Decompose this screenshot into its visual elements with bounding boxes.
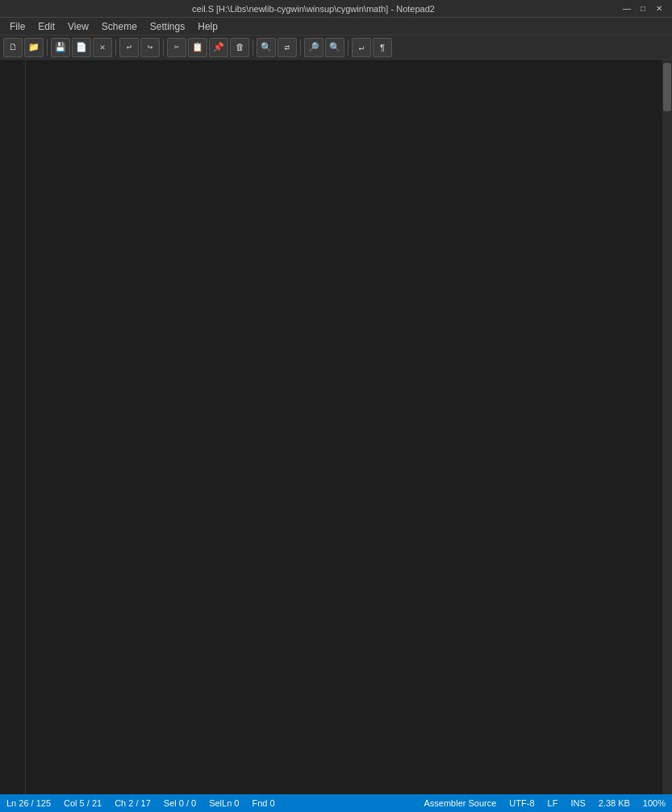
status-sel: Sel 0 / 0 bbox=[164, 798, 196, 808]
menubar: File Edit View Scheme Settings Help bbox=[0, 18, 672, 35]
status-zoom: 100% bbox=[643, 798, 666, 808]
tb-sep1 bbox=[47, 40, 48, 56]
menu-help[interactable]: Help bbox=[191, 19, 224, 34]
status-ins: INS bbox=[570, 798, 585, 808]
statusbar: Ln 26 / 125 Col 5 / 21 Ch 2 / 17 Sel 0 /… bbox=[0, 794, 672, 812]
window-controls: — □ ✕ bbox=[620, 2, 666, 15]
tb-eof[interactable]: ¶ bbox=[373, 38, 392, 57]
status-seln: SelLn 0 bbox=[209, 798, 239, 808]
tb-repl[interactable]: ⇄ bbox=[278, 38, 297, 57]
menu-scheme[interactable]: Scheme bbox=[95, 19, 144, 34]
line-numbers bbox=[0, 60, 26, 794]
maximize-button[interactable]: □ bbox=[637, 2, 649, 15]
menu-settings[interactable]: Settings bbox=[144, 19, 191, 34]
tb-zoomout[interactable]: 🔍 bbox=[325, 38, 344, 57]
toolbar: 🗋 📁 💾 📄 ✕ ↩ ↪ ✂ 📋 📌 🗑 🔍 ⇄ 🔎 🔍 ↵ ¶ bbox=[0, 35, 672, 60]
code-area[interactable] bbox=[26, 60, 662, 794]
status-size: 2.38 KB bbox=[599, 798, 630, 808]
tb-cut[interactable]: ✂ bbox=[167, 38, 186, 57]
title-text: ceil.S [H:\Libs\newlib-cygwin\winsup\cyg… bbox=[6, 4, 620, 14]
status-col: Col 5 / 21 bbox=[64, 798, 102, 808]
tb-sep4 bbox=[253, 40, 253, 56]
close-button[interactable]: ✕ bbox=[653, 2, 666, 15]
status-ch: Ch 2 / 17 bbox=[115, 798, 151, 808]
tb-zoomin[interactable]: 🔎 bbox=[304, 38, 323, 57]
tb-sep3 bbox=[163, 40, 164, 56]
tb-open[interactable]: 📁 bbox=[24, 38, 44, 57]
scrollbar[interactable] bbox=[662, 60, 672, 794]
tb-find[interactable]: 🔍 bbox=[257, 38, 276, 57]
tb-redo[interactable]: ↪ bbox=[140, 38, 160, 57]
tb-copy[interactable]: 📋 bbox=[188, 38, 207, 57]
minimize-button[interactable]: — bbox=[620, 2, 633, 15]
tb-saveas[interactable]: 📄 bbox=[72, 38, 91, 57]
tb-wrap[interactable]: ↵ bbox=[352, 38, 371, 57]
status-ln: Ln 26 / 125 bbox=[6, 798, 51, 808]
tb-save[interactable]: 💾 bbox=[51, 38, 70, 57]
editor-container bbox=[0, 60, 672, 794]
tb-sep2 bbox=[115, 40, 116, 56]
statusbar-left: Ln 26 / 125 Col 5 / 21 Ch 2 / 17 Sel 0 /… bbox=[6, 798, 275, 808]
tb-new[interactable]: 🗋 bbox=[3, 38, 23, 57]
status-encoding: UTF-8 bbox=[509, 798, 534, 808]
status-fnd: Fnd 0 bbox=[252, 798, 274, 808]
tb-undo[interactable]: ↩ bbox=[119, 38, 139, 57]
titlebar: ceil.S [H:\Libs\newlib-cygwin\winsup\cyg… bbox=[0, 0, 672, 18]
status-scheme: Assembler Source bbox=[424, 798, 496, 808]
tb-sep5 bbox=[300, 40, 301, 56]
status-eol: LF bbox=[548, 798, 558, 808]
menu-edit[interactable]: Edit bbox=[31, 19, 61, 34]
statusbar-right: Assembler Source UTF-8 LF INS 2.38 KB 10… bbox=[424, 798, 666, 808]
scrollbar-thumb[interactable] bbox=[663, 63, 671, 111]
tb-del[interactable]: 🗑 bbox=[230, 38, 249, 57]
menu-file[interactable]: File bbox=[3, 19, 31, 34]
tb-paste[interactable]: 📌 bbox=[209, 38, 228, 57]
tb-sep6 bbox=[348, 40, 349, 56]
menu-view[interactable]: View bbox=[61, 19, 95, 34]
tb-close[interactable]: ✕ bbox=[93, 38, 112, 57]
